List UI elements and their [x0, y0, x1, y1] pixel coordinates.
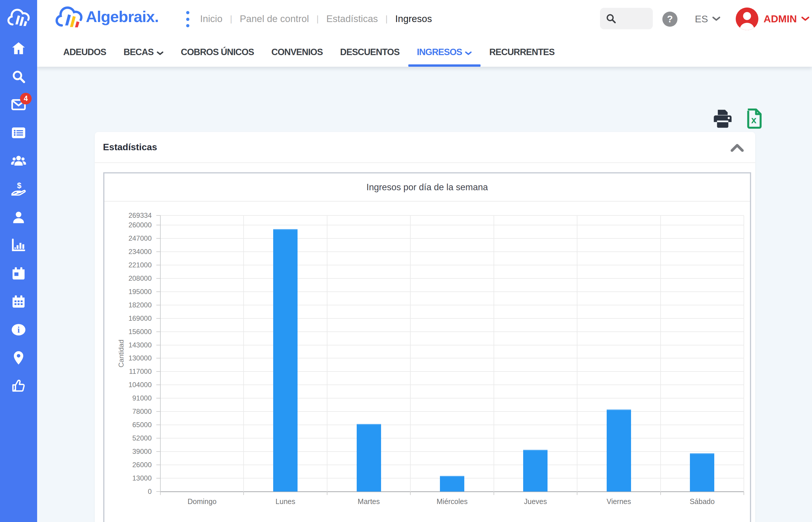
- bar-sábado[interactable]: [690, 453, 714, 491]
- user-menu[interactable]: ADMIN: [764, 0, 810, 38]
- gridline-y: [160, 371, 744, 372]
- sidebar-item-messages[interactable]: 4: [0, 91, 37, 119]
- tab-becas[interactable]: BECAS: [124, 38, 164, 67]
- chevron-down-icon: [801, 16, 810, 22]
- y-tick-label: 182000: [105, 301, 152, 309]
- gridline-y: [160, 345, 744, 345]
- bar-viernes[interactable]: [607, 409, 631, 491]
- y-tick: [156, 305, 160, 305]
- y-tick: [156, 345, 160, 345]
- collapse-panel-button[interactable]: [730, 142, 744, 153]
- x-category-label: Sábado: [660, 497, 744, 506]
- tab-descuentos[interactable]: DESCUENTOS: [340, 38, 400, 67]
- cloud-logo-icon: [55, 5, 83, 28]
- sidebar-item-lists[interactable]: [0, 119, 37, 147]
- bar-miércoles[interactable]: [440, 476, 464, 491]
- search-input[interactable]: [617, 14, 649, 23]
- sidebar-item-feedback[interactable]: [0, 372, 37, 400]
- sidebar-item-groups[interactable]: [0, 147, 37, 175]
- user-icon: [736, 7, 758, 30]
- users-icon: [11, 153, 26, 169]
- y-tick-label: 195000: [105, 288, 152, 296]
- gridline-y: [160, 225, 744, 225]
- gridline-x: [577, 216, 577, 491]
- sidebar-item-info[interactable]: i: [0, 316, 37, 344]
- sidebar-item-locations[interactable]: [0, 344, 37, 372]
- bar-lunes[interactable]: [273, 229, 298, 491]
- x-tick: [744, 491, 744, 495]
- search-box[interactable]: [600, 8, 653, 29]
- sidebar-item-search[interactable]: [0, 62, 37, 91]
- info-icon: i: [11, 322, 26, 338]
- bar-martes[interactable]: [357, 424, 381, 491]
- event-calendar-icon: [11, 266, 26, 281]
- kebab-menu-icon[interactable]: [186, 11, 190, 27]
- x-tick: [160, 491, 161, 495]
- gridline-y: [160, 265, 744, 265]
- y-tick: [156, 292, 160, 292]
- breadcrumb-item-3[interactable]: Estadísticas: [326, 13, 378, 24]
- x-tick: [410, 491, 411, 495]
- gridline-y: [160, 438, 744, 439]
- breadcrumb-item-2[interactable]: Panel de control: [240, 13, 309, 24]
- breadcrumb-item-1[interactable]: Inicio: [200, 13, 222, 24]
- y-tick-label: 260000: [105, 221, 152, 229]
- y-tick: [156, 478, 160, 479]
- gridline-y: [160, 411, 744, 412]
- gridline-y: [160, 451, 744, 452]
- gridline-y: [160, 215, 744, 216]
- tab-recurrentes[interactable]: RECURRENTES: [489, 38, 554, 67]
- y-tick: [156, 252, 160, 252]
- sidebar-item-home[interactable]: [0, 34, 37, 62]
- y-tick: [156, 384, 160, 385]
- algebraix-logo[interactable]: Algebraix.: [55, 5, 159, 28]
- sidebar-item-payments[interactable]: $: [0, 175, 37, 203]
- language-selector[interactable]: ES: [695, 0, 720, 38]
- y-tick-label: 156000: [105, 328, 152, 336]
- x-tick: [493, 491, 494, 495]
- sidebar-item-events[interactable]: [0, 259, 37, 287]
- gridline-y: [160, 305, 744, 305]
- avatar[interactable]: [736, 7, 758, 30]
- chevron-down-icon: [157, 47, 164, 58]
- y-tick: [156, 278, 160, 279]
- x-tick: [327, 491, 327, 495]
- gridline-y: [160, 332, 744, 332]
- tab-cobros-nicos[interactable]: COBROS ÚNICOS: [181, 38, 254, 67]
- gridline-y: [160, 238, 744, 239]
- sidebar-item-profile[interactable]: [0, 203, 37, 231]
- sidebar-item-calendar[interactable]: [0, 287, 37, 316]
- sidebar-item-reports[interactable]: [0, 231, 37, 259]
- chevron-down-icon: [712, 16, 720, 22]
- y-tick: [156, 491, 160, 492]
- location-pin-icon: [11, 350, 26, 366]
- bar-chart-icon: [11, 238, 26, 253]
- excel-export-button[interactable]: x: [744, 108, 765, 129]
- y-tick: [156, 225, 160, 225]
- svg-text:x: x: [751, 115, 756, 125]
- y-tick-label: 169000: [105, 314, 152, 322]
- x-category-label: Viernes: [577, 497, 661, 506]
- help-button[interactable]: ?: [662, 12, 677, 27]
- bar-jueves[interactable]: [523, 450, 548, 491]
- x-tick: [243, 491, 244, 495]
- top-header: Algebraix. Inicio|Panel de control|Estad…: [37, 0, 812, 38]
- tab-adeudos[interactable]: ADEUDOS: [63, 38, 106, 67]
- chart-title-row: Ingresos por día de la semana: [104, 174, 750, 202]
- y-tick: [156, 358, 160, 358]
- chart-toolbar: x: [712, 108, 765, 129]
- breadcrumb: Inicio|Panel de control|Estadísticas|Ing…: [200, 0, 432, 38]
- y-tick: [156, 215, 160, 216]
- y-tick: [156, 465, 160, 465]
- svg-text:$: $: [17, 181, 21, 190]
- gridline-y: [160, 252, 744, 252]
- print-button[interactable]: [712, 108, 733, 129]
- y-tick-label: 26000: [105, 461, 152, 469]
- tab-label: ADEUDOS: [63, 47, 106, 57]
- tab-ingresos[interactable]: INGRESOS: [417, 38, 472, 67]
- breadcrumb-item-4[interactable]: Ingresos: [395, 13, 432, 24]
- tab-convenios[interactable]: CONVENIOS: [271, 38, 323, 67]
- panel-header: Estadísticas: [95, 132, 755, 163]
- gridline-x: [744, 216, 744, 491]
- gridline-x: [243, 216, 244, 491]
